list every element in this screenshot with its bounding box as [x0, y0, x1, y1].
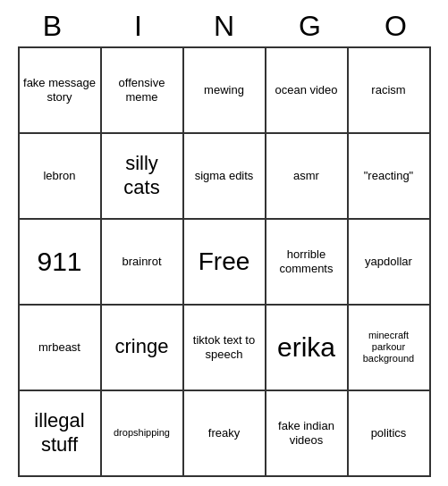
cell-4-4: politics [349, 391, 431, 477]
cell-4-2: freaky [184, 391, 266, 477]
cell-0-2: mewing [184, 48, 266, 134]
header-o: O [355, 10, 437, 43]
cell-2-1: brainrot [102, 220, 184, 306]
cell-1-0: lebron [20, 134, 102, 220]
cell-0-4: racism [349, 48, 431, 134]
bingo-card: B I N G O fake message story offensive m… [10, 10, 439, 477]
cell-2-3: horrible comments [266, 220, 349, 306]
cell-1-2: sigma edits [184, 134, 266, 220]
cell-4-0: illegal stuff [20, 391, 102, 477]
cell-1-3: asmr [266, 134, 349, 220]
cell-3-4: minecraft parkour background [349, 306, 431, 391]
cell-1-4: "reacting" [349, 134, 431, 220]
cell-1-1: silly cats [102, 134, 184, 220]
cell-4-3: fake indian videos [266, 391, 349, 477]
cell-0-3: ocean video [266, 48, 349, 134]
cell-3-0: mrbeast [20, 306, 102, 391]
cell-4-1: dropshipping [102, 391, 184, 477]
cell-2-0: 911 [20, 220, 102, 306]
cell-3-1: cringe [102, 306, 184, 391]
cell-3-3: erika [266, 306, 349, 391]
bingo-header: B I N G O [10, 10, 439, 43]
header-b: B [12, 10, 94, 43]
cell-2-2: Free [184, 220, 266, 306]
header-i: I [97, 10, 180, 43]
header-g: G [269, 10, 351, 43]
cell-0-1: offensive meme [102, 48, 184, 134]
cell-3-2: tiktok text to speech [184, 306, 266, 391]
cell-0-0: fake message story [20, 48, 102, 134]
header-n: N [183, 10, 266, 43]
cell-2-4: yapdollar [349, 220, 431, 306]
bingo-grid: fake message story offensive meme mewing… [18, 46, 431, 477]
